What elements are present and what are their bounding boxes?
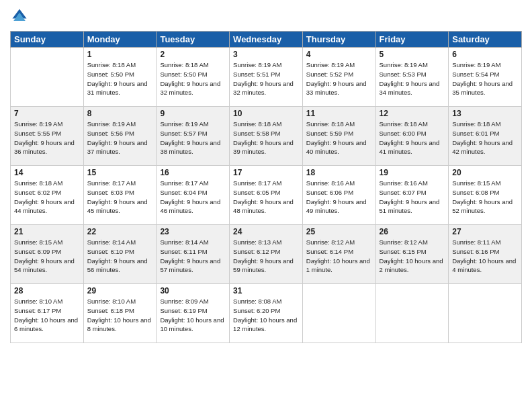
sunset-text: Sunset: 5:57 PM bbox=[160, 129, 226, 138]
day-info: Sunrise: 8:13 AMSunset: 6:12 PMDaylight:… bbox=[233, 238, 299, 275]
sunrise-text: Sunrise: 8:17 AM bbox=[87, 179, 153, 188]
day-info: Sunrise: 8:17 AMSunset: 6:03 PMDaylight:… bbox=[87, 179, 153, 216]
sunset-text: Sunset: 6:11 PM bbox=[160, 247, 226, 257]
sunrise-text: Sunrise: 8:18 AM bbox=[87, 60, 153, 70]
day-info: Sunrise: 8:19 AMSunset: 5:53 PMDaylight:… bbox=[380, 60, 445, 97]
weekday-header-tuesday: Tuesday bbox=[157, 32, 230, 48]
sunrise-text: Sunrise: 8:18 AM bbox=[14, 179, 80, 188]
sunset-text: Sunset: 6:08 PM bbox=[452, 188, 518, 197]
sunrise-text: Sunrise: 8:17 AM bbox=[160, 179, 226, 188]
day-number: 20 bbox=[452, 168, 518, 177]
sunset-text: Sunset: 6:15 PM bbox=[380, 247, 445, 257]
sunrise-text: Sunrise: 8:18 AM bbox=[452, 120, 518, 129]
calendar-cell bbox=[11, 48, 84, 107]
day-info: Sunrise: 8:09 AMSunset: 6:19 PMDaylight:… bbox=[160, 297, 226, 334]
calendar-cell: 13Sunrise: 8:18 AMSunset: 6:01 PMDayligh… bbox=[449, 107, 522, 166]
day-info: Sunrise: 8:18 AMSunset: 5:50 PMDaylight:… bbox=[160, 60, 226, 97]
day-info: Sunrise: 8:17 AMSunset: 6:04 PMDaylight:… bbox=[160, 179, 226, 216]
sunrise-text: Sunrise: 8:15 AM bbox=[452, 179, 518, 188]
daylight-text: Daylight: 9 hours and 52 minutes. bbox=[452, 197, 518, 216]
daylight-text: Daylight: 9 hours and 38 minutes. bbox=[160, 138, 226, 157]
day-number: 4 bbox=[306, 50, 372, 59]
sunset-text: Sunset: 5:51 PM bbox=[233, 70, 299, 79]
daylight-text: Daylight: 9 hours and 46 minutes. bbox=[160, 197, 226, 216]
day-number: 22 bbox=[87, 227, 153, 236]
day-number: 29 bbox=[87, 286, 153, 295]
calendar-cell: 8Sunrise: 8:19 AMSunset: 5:56 PMDaylight… bbox=[83, 107, 157, 166]
day-number: 15 bbox=[87, 168, 153, 177]
calendar-cell: 28Sunrise: 8:10 AMSunset: 6:17 PMDayligh… bbox=[11, 284, 84, 343]
sunrise-text: Sunrise: 8:18 AM bbox=[160, 60, 226, 70]
sunrise-text: Sunrise: 8:19 AM bbox=[233, 60, 299, 70]
sunrise-text: Sunrise: 8:10 AM bbox=[14, 297, 80, 306]
sunrise-text: Sunrise: 8:10 AM bbox=[87, 297, 153, 306]
sunrise-text: Sunrise: 8:09 AM bbox=[160, 297, 226, 306]
daylight-text: Daylight: 9 hours and 36 minutes. bbox=[14, 138, 80, 157]
day-info: Sunrise: 8:16 AMSunset: 6:06 PMDaylight:… bbox=[306, 179, 372, 216]
sunset-text: Sunset: 6:02 PM bbox=[14, 188, 80, 197]
sunrise-text: Sunrise: 8:19 AM bbox=[160, 120, 226, 129]
calendar-cell: 22Sunrise: 8:14 AMSunset: 6:10 PMDayligh… bbox=[83, 225, 157, 284]
day-number: 14 bbox=[14, 168, 80, 177]
sunset-text: Sunset: 5:53 PM bbox=[380, 70, 445, 79]
day-number: 12 bbox=[380, 109, 445, 118]
day-number: 2 bbox=[160, 50, 226, 59]
day-number: 6 bbox=[452, 50, 518, 59]
sunset-text: Sunset: 5:58 PM bbox=[233, 129, 299, 138]
day-info: Sunrise: 8:14 AMSunset: 6:11 PMDaylight:… bbox=[160, 238, 226, 275]
day-number: 8 bbox=[87, 109, 153, 118]
day-number: 31 bbox=[233, 286, 299, 295]
calendar-week-5: 28Sunrise: 8:10 AMSunset: 6:17 PMDayligh… bbox=[11, 284, 522, 343]
daylight-text: Daylight: 9 hours and 42 minutes. bbox=[452, 138, 518, 157]
calendar-header-row: SundayMondayTuesdayWednesdayThursdayFrid… bbox=[11, 32, 522, 48]
calendar-cell: 2Sunrise: 8:18 AMSunset: 5:50 PMDaylight… bbox=[157, 48, 230, 107]
calendar-cell: 12Sunrise: 8:18 AMSunset: 6:00 PMDayligh… bbox=[375, 107, 449, 166]
day-number: 18 bbox=[306, 168, 372, 177]
daylight-text: Daylight: 9 hours and 57 minutes. bbox=[160, 257, 226, 275]
sunset-text: Sunset: 6:20 PM bbox=[233, 306, 299, 316]
calendar-cell: 1Sunrise: 8:18 AMSunset: 5:50 PMDaylight… bbox=[83, 48, 157, 107]
day-number: 5 bbox=[380, 50, 445, 59]
day-number: 11 bbox=[306, 109, 372, 118]
calendar-cell bbox=[302, 284, 375, 343]
day-info: Sunrise: 8:12 AMSunset: 6:14 PMDaylight:… bbox=[306, 238, 372, 275]
logo bbox=[10, 7, 32, 26]
sunrise-text: Sunrise: 8:15 AM bbox=[14, 238, 80, 247]
day-info: Sunrise: 8:18 AMSunset: 5:59 PMDaylight:… bbox=[306, 120, 372, 156]
day-info: Sunrise: 8:19 AMSunset: 5:54 PMDaylight:… bbox=[452, 60, 518, 97]
day-info: Sunrise: 8:18 AMSunset: 6:02 PMDaylight:… bbox=[14, 179, 80, 216]
calendar-cell: 30Sunrise: 8:09 AMSunset: 6:19 PMDayligh… bbox=[157, 284, 230, 343]
day-info: Sunrise: 8:19 AMSunset: 5:56 PMDaylight:… bbox=[87, 120, 153, 156]
sunset-text: Sunset: 6:00 PM bbox=[380, 129, 445, 138]
daylight-text: Daylight: 10 hours and 4 minutes. bbox=[452, 257, 518, 275]
sunset-text: Sunset: 6:05 PM bbox=[233, 188, 299, 197]
sunset-text: Sunset: 5:52 PM bbox=[306, 70, 372, 79]
calendar-cell: 16Sunrise: 8:17 AMSunset: 6:04 PMDayligh… bbox=[157, 166, 230, 225]
calendar-cell bbox=[449, 284, 522, 343]
logo-icon bbox=[10, 7, 29, 26]
header bbox=[10, 7, 522, 26]
daylight-text: Daylight: 9 hours and 49 minutes. bbox=[306, 197, 372, 216]
sunset-text: Sunset: 5:55 PM bbox=[14, 129, 80, 138]
daylight-text: Daylight: 9 hours and 33 minutes. bbox=[306, 79, 372, 98]
calendar-cell bbox=[375, 284, 449, 343]
daylight-text: Daylight: 9 hours and 35 minutes. bbox=[452, 79, 518, 98]
sunset-text: Sunset: 5:56 PM bbox=[87, 129, 153, 138]
calendar-cell: 4Sunrise: 8:19 AMSunset: 5:52 PMDaylight… bbox=[302, 48, 375, 107]
calendar-cell: 31Sunrise: 8:08 AMSunset: 6:20 PMDayligh… bbox=[230, 284, 303, 343]
day-info: Sunrise: 8:18 AMSunset: 5:50 PMDaylight:… bbox=[87, 60, 153, 97]
calendar-cell: 27Sunrise: 8:11 AMSunset: 6:16 PMDayligh… bbox=[449, 225, 522, 284]
daylight-text: Daylight: 9 hours and 56 minutes. bbox=[87, 257, 153, 275]
day-number: 26 bbox=[380, 227, 445, 236]
calendar-cell: 11Sunrise: 8:18 AMSunset: 5:59 PMDayligh… bbox=[302, 107, 375, 166]
day-number: 19 bbox=[380, 168, 445, 177]
page: SundayMondayTuesdayWednesdayThursdayFrid… bbox=[0, 0, 532, 411]
sunrise-text: Sunrise: 8:12 AM bbox=[306, 238, 372, 247]
calendar-cell: 20Sunrise: 8:15 AMSunset: 6:08 PMDayligh… bbox=[449, 166, 522, 225]
day-info: Sunrise: 8:15 AMSunset: 6:08 PMDaylight:… bbox=[452, 179, 518, 216]
calendar: SundayMondayTuesdayWednesdayThursdayFrid… bbox=[10, 31, 522, 343]
daylight-text: Daylight: 9 hours and 32 minutes. bbox=[233, 79, 299, 98]
sunrise-text: Sunrise: 8:16 AM bbox=[306, 179, 372, 188]
day-number: 28 bbox=[14, 286, 80, 295]
day-info: Sunrise: 8:19 AMSunset: 5:52 PMDaylight:… bbox=[306, 60, 372, 97]
